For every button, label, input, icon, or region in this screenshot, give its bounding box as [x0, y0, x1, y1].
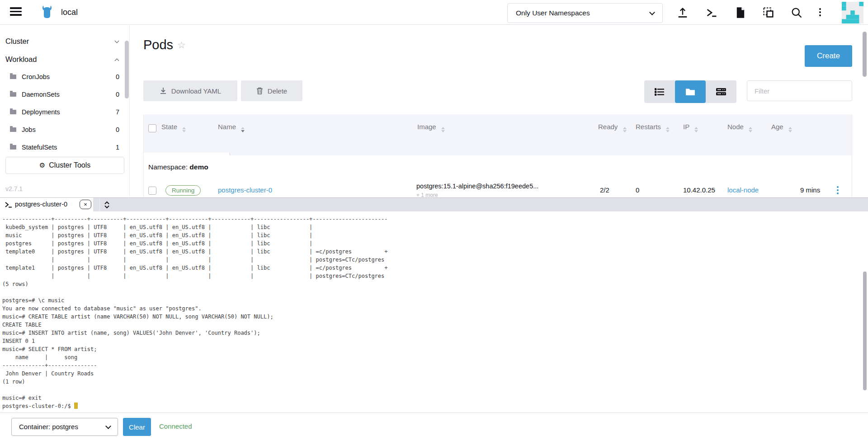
hamburger-menu-icon[interactable]	[10, 7, 22, 17]
folder-icon	[10, 110, 16, 114]
folder-icon	[685, 88, 695, 96]
sidebar-item-cronjobs[interactable]: CronJobs 0	[0, 68, 129, 86]
namespace-filter-select[interactable]: Only User Namespaces	[507, 3, 663, 23]
pod-restarts: 0	[636, 186, 639, 194]
table-header: State Name Image Ready Restarts IP	[144, 114, 852, 155]
terminal-prompt-icon	[5, 201, 13, 208]
column-header-image[interactable]: Image	[417, 123, 445, 132]
upload-icon[interactable]	[676, 6, 689, 19]
pod-age: 9 mins	[800, 186, 820, 194]
folder-icon	[10, 75, 16, 79]
menu-dots-icon[interactable]	[819, 8, 821, 10]
column-header-age[interactable]: Age	[771, 123, 792, 132]
sidebar-item-label: CronJobs	[22, 73, 50, 80]
sort-icon	[788, 127, 792, 132]
pod-image-more: + 1 more	[416, 192, 438, 197]
window-resize-handle[interactable]	[99, 198, 114, 211]
terminal-output[interactable]: ---------------+----------+----------+--…	[0, 211, 868, 412]
shell-tab[interactable]: postgres-cluster-0 ×	[0, 198, 93, 211]
sidebar-item-count: 0	[116, 73, 119, 80]
column-header-node[interactable]: Node	[727, 123, 752, 132]
pod-image: postgres:15.1-alpine@sha256:f19eede5...	[416, 183, 538, 190]
column-header-ready[interactable]: Ready	[598, 123, 627, 132]
top-bar: local Only User Namespaces	[0, 0, 868, 25]
column-header-state[interactable]: State	[161, 123, 186, 132]
sidebar-item-jobs[interactable]: Jobs 0	[0, 121, 129, 139]
pod-ip: 10.42.0.25	[683, 186, 715, 194]
sidebar-item-count: 0	[116, 126, 119, 133]
connection-status: Connected	[159, 422, 192, 430]
shell-tab-bar: postgres-cluster-0 ×	[0, 198, 868, 211]
sidebar-group-label: Workload	[5, 55, 37, 64]
pod-node-link[interactable]: local-node	[727, 186, 759, 194]
sort-icon	[241, 127, 245, 132]
column-header-name[interactable]: Name	[218, 123, 245, 132]
row-actions-kebab-icon[interactable]	[837, 186, 839, 188]
download-yaml-button[interactable]: Download YAML	[143, 80, 237, 101]
sidebar-item-deployments[interactable]: Deployments 7	[0, 103, 129, 121]
sort-icon	[694, 127, 698, 132]
namespace-group-value: demo	[189, 163, 208, 171]
shell-window: postgres-cluster-0 × ---------------+---…	[0, 197, 868, 440]
close-icon[interactable]: ×	[80, 200, 91, 209]
container-select[interactable]: Container: postgres	[11, 418, 118, 436]
kubectl-shell-icon[interactable]	[705, 6, 718, 19]
delete-label: Delete	[268, 87, 287, 95]
chevron-up-down-icon	[104, 201, 110, 209]
terminal-prompt-line: postgres-cluster-0:/$	[2, 402, 78, 410]
server-rows-icon	[716, 88, 726, 96]
terminal-scrollbar[interactable]	[863, 271, 867, 390]
main-content: Pods ☆ Create Download YAML Delete	[130, 25, 868, 197]
sidebar-item-statefulsets[interactable]: StatefulSets 1	[0, 139, 129, 156]
trash-icon	[256, 87, 263, 94]
select-all-checkbox[interactable]	[148, 124, 156, 132]
clear-button[interactable]: Clear	[123, 418, 151, 436]
sidebar-scrollbar[interactable]	[125, 41, 129, 98]
sidebar-item-label: StatefulSets	[22, 144, 57, 151]
sidebar-item-count: 7	[116, 108, 119, 116]
filter-input[interactable]	[747, 80, 852, 101]
folder-icon	[10, 145, 16, 150]
sidebar-item-daemonsets[interactable]: DaemonSets 0	[0, 86, 129, 103]
row-checkbox[interactable]	[148, 187, 156, 195]
namespace-filter-value: Only User Namespaces	[516, 9, 590, 17]
sidebar-item-label: Jobs	[22, 126, 36, 133]
sidebar-item-count: 1	[116, 144, 119, 151]
sidebar-item-label: Deployments	[22, 108, 60, 116]
pods-table: State Name Image Ready Restarts IP	[143, 114, 852, 197]
sort-icon	[441, 127, 445, 132]
list-view-button[interactable]	[644, 80, 675, 103]
rancher-logo-icon[interactable]	[39, 5, 55, 21]
delete-button[interactable]: Delete	[241, 80, 302, 101]
column-header-restarts[interactable]: Restarts	[636, 123, 670, 132]
sidebar-group-label: Cluster	[5, 37, 29, 46]
sidebar-group-cluster[interactable]: Cluster	[0, 34, 129, 50]
terminal-text: ---------------+----------+----------+--…	[2, 215, 388, 402]
chevron-down-icon	[649, 9, 655, 15]
pod-name-link[interactable]: postgres-cluster-0	[218, 186, 272, 194]
avatar[interactable]	[842, 2, 863, 23]
sidebar: Cluster Workload CronJobs 0 DaemonSets 0…	[0, 25, 130, 197]
list-icon	[655, 88, 665, 96]
cluster-tools-button[interactable]: ⚙ Cluster Tools	[5, 157, 124, 174]
sidebar-item-label: DaemonSets	[22, 91, 60, 98]
import-icon[interactable]	[762, 6, 775, 19]
chevron-down-icon	[115, 39, 119, 43]
create-button[interactable]: Create	[805, 45, 852, 67]
sidebar-group-workload[interactable]: Workload	[0, 52, 129, 68]
gear-icon: ⚙	[39, 161, 45, 169]
table-row: Running postgres-cluster-0 postgres:15.1…	[144, 181, 852, 197]
folder-icon	[10, 127, 16, 132]
file-icon[interactable]	[734, 6, 747, 19]
page-scrollbar[interactable]	[863, 32, 867, 77]
sort-icon	[182, 127, 186, 132]
column-header-ip[interactable]: IP	[683, 123, 698, 132]
grouped-view-button[interactable]	[675, 80, 706, 103]
chevron-up-icon	[115, 59, 119, 63]
favorite-star-icon[interactable]: ☆	[177, 40, 186, 51]
download-icon	[160, 87, 167, 94]
detail-view-button[interactable]	[706, 80, 736, 103]
search-icon[interactable]	[790, 6, 803, 19]
status-badge: Running	[165, 185, 201, 196]
terminal-cursor	[74, 403, 78, 409]
